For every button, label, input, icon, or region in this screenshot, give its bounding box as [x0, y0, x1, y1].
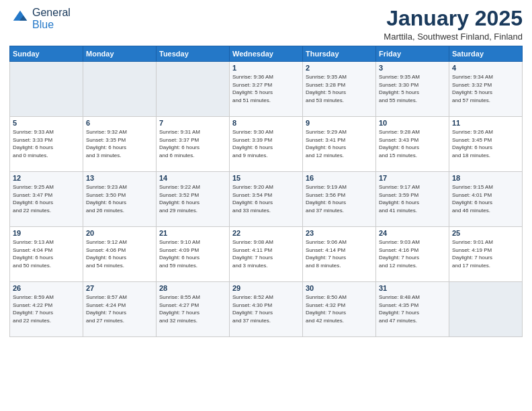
calendar-cell [10, 62, 83, 117]
day-number: 8 [232, 119, 300, 127]
day-content: Sunrise: 9:22 AM Sunset: 3:52 PM Dayligh… [159, 183, 226, 214]
day-content: Sunrise: 9:13 AM Sunset: 4:04 PM Dayligh… [13, 238, 80, 269]
calendar-cell: 29Sunrise: 8:52 AM Sunset: 4:30 PM Dayli… [230, 282, 303, 337]
calendar-cell: 22Sunrise: 9:08 AM Sunset: 4:11 PM Dayli… [230, 227, 303, 282]
page-header: General Blue January 2025 Marttila, Sout… [9, 7, 523, 42]
day-content: Sunrise: 9:19 AM Sunset: 3:56 PM Dayligh… [306, 183, 373, 214]
calendar-cell: 2Sunrise: 9:35 AM Sunset: 3:28 PM Daylig… [303, 62, 376, 117]
day-content: Sunrise: 9:12 AM Sunset: 4:06 PM Dayligh… [86, 238, 153, 269]
logo-icon [11, 8, 30, 27]
calendar-cell: 28Sunrise: 8:55 AM Sunset: 4:27 PM Dayli… [157, 282, 230, 337]
day-number: 10 [379, 119, 446, 127]
day-number: 14 [159, 174, 226, 182]
calendar-cell: 12Sunrise: 9:25 AM Sunset: 3:47 PM Dayli… [10, 172, 83, 227]
day-content: Sunrise: 9:03 AM Sunset: 4:16 PM Dayligh… [379, 238, 446, 269]
day-content: Sunrise: 8:59 AM Sunset: 4:22 PM Dayligh… [13, 293, 80, 324]
day-number: 30 [306, 284, 373, 292]
calendar-cell: 6Sunrise: 9:32 AM Sunset: 3:35 PM Daylig… [83, 117, 157, 172]
calendar-week-row: 1Sunrise: 9:36 AM Sunset: 3:27 PM Daylig… [10, 62, 523, 117]
day-content: Sunrise: 8:55 AM Sunset: 4:27 PM Dayligh… [159, 293, 226, 324]
day-number: 18 [452, 174, 519, 182]
day-content: Sunrise: 9:15 AM Sunset: 4:01 PM Dayligh… [452, 183, 519, 214]
weekday-header: Saturday [449, 46, 523, 62]
calendar-cell: 21Sunrise: 9:10 AM Sunset: 4:09 PM Dayli… [157, 227, 230, 282]
weekday-header: Friday [376, 46, 449, 62]
day-content: Sunrise: 9:10 AM Sunset: 4:09 PM Dayligh… [159, 238, 226, 269]
day-number: 25 [452, 229, 519, 237]
day-content: Sunrise: 9:32 AM Sunset: 3:35 PM Dayligh… [86, 128, 153, 159]
calendar-cell: 1Sunrise: 9:36 AM Sunset: 3:27 PM Daylig… [230, 62, 303, 117]
day-content: Sunrise: 8:52 AM Sunset: 4:30 PM Dayligh… [232, 293, 300, 324]
calendar-cell: 25Sunrise: 9:01 AM Sunset: 4:19 PM Dayli… [449, 227, 523, 282]
day-content: Sunrise: 8:48 AM Sunset: 4:35 PM Dayligh… [379, 293, 446, 324]
weekday-header: Tuesday [157, 46, 230, 62]
day-number: 23 [306, 229, 373, 237]
weekday-header: Thursday [303, 46, 376, 62]
weekday-header: Sunday [10, 46, 83, 62]
day-content: Sunrise: 9:29 AM Sunset: 3:41 PM Dayligh… [306, 128, 373, 159]
day-content: Sunrise: 9:28 AM Sunset: 3:43 PM Dayligh… [379, 128, 446, 159]
day-number: 21 [159, 229, 226, 237]
calendar-cell: 5Sunrise: 9:33 AM Sunset: 3:33 PM Daylig… [10, 117, 83, 172]
day-number: 17 [379, 174, 446, 182]
day-number: 7 [159, 119, 226, 127]
day-number: 3 [379, 64, 446, 72]
calendar-cell: 20Sunrise: 9:12 AM Sunset: 4:06 PM Dayli… [83, 227, 157, 282]
calendar-cell: 30Sunrise: 8:50 AM Sunset: 4:32 PM Dayli… [303, 282, 376, 337]
day-number: 27 [86, 284, 153, 292]
calendar-cell: 8Sunrise: 9:30 AM Sunset: 3:39 PM Daylig… [230, 117, 303, 172]
weekday-header: Monday [83, 46, 157, 62]
day-number: 2 [306, 64, 373, 72]
title-area: January 2025 Marttila, Southwest Finland… [384, 7, 523, 42]
day-content: Sunrise: 9:23 AM Sunset: 3:50 PM Dayligh… [86, 183, 153, 214]
day-number: 6 [86, 119, 153, 127]
day-content: Sunrise: 9:26 AM Sunset: 3:45 PM Dayligh… [452, 128, 519, 159]
calendar-cell: 18Sunrise: 9:15 AM Sunset: 4:01 PM Dayli… [449, 172, 523, 227]
day-content: Sunrise: 9:20 AM Sunset: 3:54 PM Dayligh… [232, 183, 300, 214]
day-number: 19 [13, 229, 80, 237]
day-content: Sunrise: 9:30 AM Sunset: 3:39 PM Dayligh… [232, 128, 300, 159]
calendar-cell: 7Sunrise: 9:31 AM Sunset: 3:37 PM Daylig… [157, 117, 230, 172]
day-content: Sunrise: 9:25 AM Sunset: 3:47 PM Dayligh… [13, 183, 80, 214]
calendar-header-row: SundayMondayTuesdayWednesdayThursdayFrid… [10, 46, 523, 62]
calendar-cell: 15Sunrise: 9:20 AM Sunset: 3:54 PM Dayli… [230, 172, 303, 227]
day-content: Sunrise: 9:31 AM Sunset: 3:37 PM Dayligh… [159, 128, 226, 159]
calendar-cell: 13Sunrise: 9:23 AM Sunset: 3:50 PM Dayli… [83, 172, 157, 227]
calendar-cell: 16Sunrise: 9:19 AM Sunset: 3:56 PM Dayli… [303, 172, 376, 227]
calendar-cell: 10Sunrise: 9:28 AM Sunset: 3:43 PM Dayli… [376, 117, 449, 172]
logo-text: General Blue [32, 7, 71, 31]
day-content: Sunrise: 9:34 AM Sunset: 3:32 PM Dayligh… [452, 73, 519, 104]
day-number: 4 [452, 64, 519, 72]
day-content: Sunrise: 8:57 AM Sunset: 4:24 PM Dayligh… [86, 293, 153, 324]
calendar-cell [157, 62, 230, 117]
calendar-cell: 17Sunrise: 9:17 AM Sunset: 3:59 PM Dayli… [376, 172, 449, 227]
calendar-week-row: 5Sunrise: 9:33 AM Sunset: 3:33 PM Daylig… [10, 117, 523, 172]
day-number: 29 [232, 284, 300, 292]
day-content: Sunrise: 9:01 AM Sunset: 4:19 PM Dayligh… [452, 238, 519, 269]
calendar-cell: 26Sunrise: 8:59 AM Sunset: 4:22 PM Dayli… [10, 282, 83, 337]
calendar-cell: 9Sunrise: 9:29 AM Sunset: 3:41 PM Daylig… [303, 117, 376, 172]
calendar-cell: 4Sunrise: 9:34 AM Sunset: 3:32 PM Daylig… [449, 62, 523, 117]
calendar-week-row: 12Sunrise: 9:25 AM Sunset: 3:47 PM Dayli… [10, 172, 523, 227]
day-number: 13 [86, 174, 153, 182]
calendar-cell: 3Sunrise: 9:35 AM Sunset: 3:30 PM Daylig… [376, 62, 449, 117]
calendar-cell: 19Sunrise: 9:13 AM Sunset: 4:04 PM Dayli… [10, 227, 83, 282]
day-number: 11 [452, 119, 519, 127]
logo: General Blue [9, 7, 71, 31]
calendar-cell: 14Sunrise: 9:22 AM Sunset: 3:52 PM Dayli… [157, 172, 230, 227]
day-content: Sunrise: 9:17 AM Sunset: 3:59 PM Dayligh… [379, 183, 446, 214]
day-number: 28 [159, 284, 226, 292]
day-content: Sunrise: 9:33 AM Sunset: 3:33 PM Dayligh… [13, 128, 80, 159]
day-number: 24 [379, 229, 446, 237]
day-number: 5 [13, 119, 80, 127]
calendar-cell: 31Sunrise: 8:48 AM Sunset: 4:35 PM Dayli… [376, 282, 449, 337]
day-number: 15 [232, 174, 300, 182]
day-number: 16 [306, 174, 373, 182]
location-title: Marttila, Southwest Finland, Finland [384, 32, 523, 42]
day-number: 1 [232, 64, 300, 72]
calendar-cell: 23Sunrise: 9:06 AM Sunset: 4:14 PM Dayli… [303, 227, 376, 282]
calendar-week-row: 26Sunrise: 8:59 AM Sunset: 4:22 PM Dayli… [10, 282, 523, 337]
calendar-week-row: 19Sunrise: 9:13 AM Sunset: 4:04 PM Dayli… [10, 227, 523, 282]
day-content: Sunrise: 9:06 AM Sunset: 4:14 PM Dayligh… [306, 238, 373, 269]
day-number: 9 [306, 119, 373, 127]
